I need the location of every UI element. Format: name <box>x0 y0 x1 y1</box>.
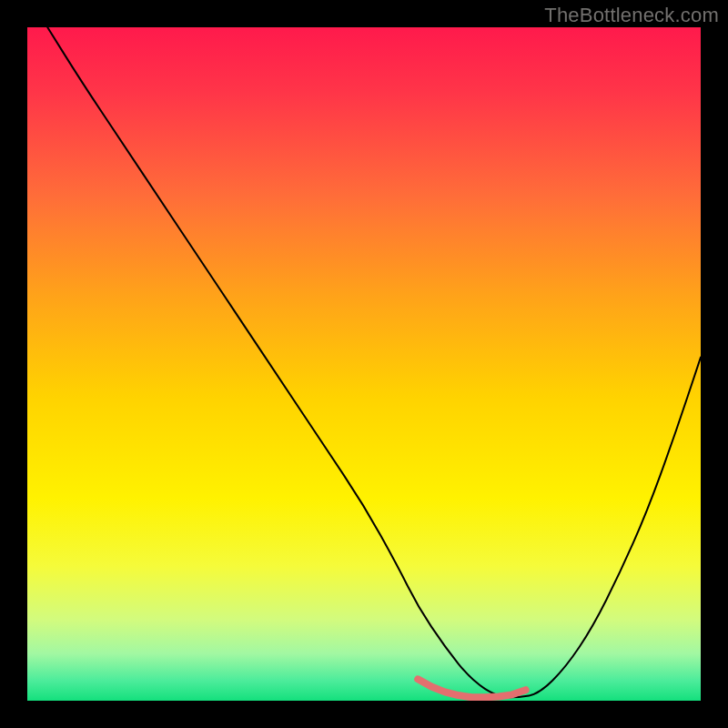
gradient-background <box>27 27 701 701</box>
chart-frame: TheBottleneck.com <box>0 0 728 728</box>
watermark-label: TheBottleneck.com <box>544 4 719 27</box>
bottleneck-chart <box>27 27 701 701</box>
